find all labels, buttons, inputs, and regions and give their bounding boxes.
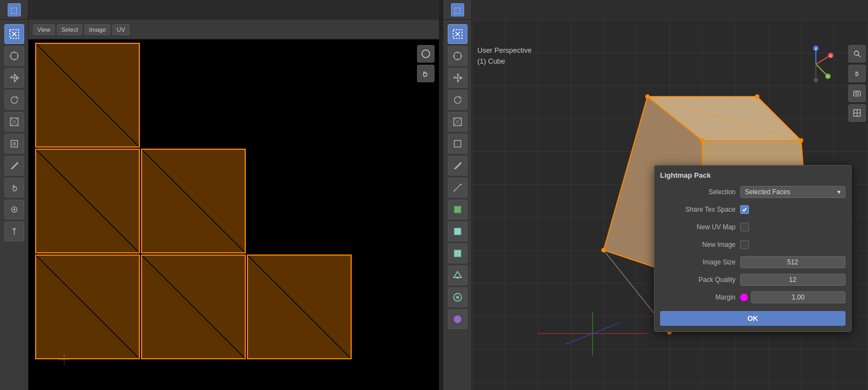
- svg-point-37: [456, 276, 459, 279]
- margin-label: Margin: [660, 293, 740, 301]
- share-tex-row: Share Tex Space: [660, 202, 846, 217]
- viewport-rotate-btn[interactable]: [448, 90, 467, 110]
- share-tex-label: Share Tex Space: [660, 206, 740, 213]
- svg-text:X: X: [830, 54, 832, 58]
- pack-quality-label: Pack Quality: [660, 276, 740, 284]
- uv-cell-0-0: [35, 43, 140, 148]
- viewport-cursor-btn[interactable]: [448, 46, 467, 66]
- margin-control: 1.00: [740, 291, 846, 303]
- svg-point-21: [454, 52, 461, 60]
- new-image-checkbox[interactable]: [740, 240, 749, 249]
- svg-line-12: [36, 44, 139, 146]
- svg-line-14: [142, 150, 245, 252]
- viewport-3d-area[interactable]: View Select Add Mesh Vertex Edge Face UV…: [472, 20, 868, 390]
- uv-cell-2-0: [35, 255, 140, 359]
- svg-rect-27: [454, 140, 461, 147]
- zoom-icon[interactable]: [848, 45, 866, 63]
- lightmap-pack-dialog: Lightmap Pack Selection Selected Faces ▾…: [654, 165, 852, 332]
- pack-quality-field[interactable]: 12: [740, 274, 846, 286]
- selection-control: Selected Faces ▾: [740, 186, 846, 198]
- rotate-tool-btn[interactable]: [4, 90, 24, 110]
- uv-grid: [34, 42, 374, 387]
- new-image-control: [740, 240, 846, 249]
- pin-float-btn[interactable]: [417, 45, 435, 63]
- viewport-solidify-btn[interactable]: [448, 265, 467, 285]
- svg-rect-8: [13, 142, 16, 145]
- viewport-measure-btn[interactable]: [448, 178, 467, 197]
- image-size-field[interactable]: 512: [740, 256, 846, 268]
- grab-tool-btn[interactable]: [4, 200, 24, 219]
- svg-line-28: [454, 184, 461, 191]
- viewport-face-sel-btn[interactable]: [448, 244, 467, 263]
- selection-label: Selection: [660, 188, 740, 196]
- share-tex-checkbox[interactable]: [740, 205, 749, 214]
- viewport-transform-btn[interactable]: [448, 134, 467, 154]
- new-image-row: New Image: [660, 238, 846, 252]
- svg-point-10: [13, 208, 15, 211]
- viewport-cube-add-btn[interactable]: [448, 200, 467, 219]
- svg-point-67: [755, 94, 759, 99]
- margin-row: Margin 1.00: [660, 290, 846, 304]
- dropdown-chevron: ▾: [837, 188, 841, 196]
- viewport-cube-sel-btn[interactable]: [448, 222, 467, 241]
- finger-tool-btn[interactable]: [4, 222, 24, 241]
- panel-divider: [439, 0, 443, 390]
- camera-icon[interactable]: [848, 84, 866, 102]
- annotate-tool-btn[interactable]: [4, 156, 24, 176]
- new-uv-map-control: [740, 223, 846, 231]
- image-size-control: 512: [740, 256, 846, 268]
- svg-line-15: [36, 256, 139, 358]
- hand-float-btn[interactable]: [417, 65, 435, 82]
- margin-value-field[interactable]: 1.00: [751, 291, 846, 303]
- viewport-shrink-btn[interactable]: [448, 287, 467, 307]
- new-uv-map-row: New UV Map: [660, 220, 846, 234]
- svg-line-13: [36, 150, 139, 252]
- uv-menu-image[interactable]: Image: [84, 24, 110, 35]
- uv-cell-1-0: [35, 149, 140, 253]
- image-size-label: Image Size: [660, 258, 740, 266]
- viewport-sphere-btn[interactable]: [448, 309, 467, 329]
- uv-cell-2-2: [247, 255, 352, 359]
- viewport-move-btn[interactable]: [448, 68, 467, 88]
- svg-rect-31: [454, 206, 461, 213]
- select-tool-btn[interactable]: [4, 24, 24, 44]
- viewport-object-label: (1) Cube: [477, 56, 532, 67]
- viewport-annotate-btn[interactable]: [448, 156, 467, 176]
- hand-tool-btn[interactable]: [4, 178, 24, 197]
- cursor-tool-btn[interactable]: [4, 46, 24, 66]
- uv-menu-select[interactable]: Select: [57, 24, 83, 35]
- new-uv-map-checkbox[interactable]: [740, 223, 749, 231]
- viewport-mode-icon[interactable]: ⬚: [443, 0, 472, 20]
- uv-top-bar: View Select Image UV: [29, 20, 439, 39]
- uv-menu-view[interactable]: View: [33, 24, 55, 35]
- viewport-header: User Perspective (1) Cube: [477, 45, 532, 66]
- hand-icon[interactable]: [848, 65, 866, 82]
- transform-tool-btn[interactable]: [4, 134, 24, 154]
- selection-value: Selected Faces: [745, 188, 791, 196]
- svg-line-16: [142, 256, 245, 358]
- viewport-scale-btn[interactable]: [448, 112, 467, 132]
- svg-point-11: [422, 50, 430, 58]
- selection-dropdown[interactable]: Selected Faces ▾: [740, 186, 846, 198]
- scale-tool-btn[interactable]: [4, 112, 24, 132]
- svg-point-79: [854, 51, 859, 55]
- viewport-3d-panel: ⬚: [443, 0, 868, 390]
- uv-menu-uv[interactable]: UV: [112, 24, 129, 35]
- uv-editor-panel: ⬚: [0, 0, 439, 390]
- new-image-label: New Image: [660, 241, 740, 248]
- ok-button[interactable]: OK: [660, 311, 846, 326]
- svg-point-1: [10, 52, 18, 60]
- svg-line-44: [816, 56, 830, 64]
- svg-line-17: [248, 256, 351, 358]
- uv-mode-icon[interactable]: ⬚: [0, 0, 29, 20]
- grid-icon[interactable]: [848, 104, 866, 122]
- svg-line-80: [858, 55, 860, 57]
- pack-quality-row: Pack Quality 12: [660, 273, 846, 287]
- image-size-row: Image Size 512: [660, 255, 846, 269]
- svg-point-66: [645, 94, 650, 99]
- viewport-select-btn[interactable]: [448, 24, 467, 44]
- move-tool-btn[interactable]: [4, 68, 24, 88]
- uv-cell-2-1: [141, 255, 246, 359]
- viewport-left-toolbar: [443, 20, 472, 390]
- uv-left-toolbar: [0, 20, 29, 390]
